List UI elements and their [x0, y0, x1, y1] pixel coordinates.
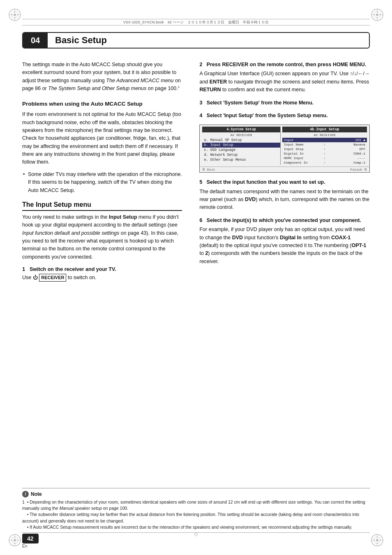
gui-left-panel: 4.System Setup AV RECEIVER a. Manual SP … [202, 127, 280, 165]
gui-row-2: Input Skip:OFF [282, 147, 367, 151]
gui-item-4: d. Network Setup [202, 153, 280, 157]
step-5-heading: 5 Select the input function that you wan… [199, 178, 370, 186]
input-setup-section: The Input Setup menu You only need to ma… [22, 201, 182, 282]
gui-item-2: b. Input Setup [202, 143, 280, 148]
note-box: i Note 1 • Depending on the characterist… [22, 488, 370, 530]
corner-decoration-tr [370, 7, 385, 22]
header-meta: VSX-1020_SYXCN.book 42 ページ ２０１０年３月１２日 金曜… [22, 19, 370, 25]
gui-right-panel: 4b.Input Setup AV RECEIVER Input CDI ▲ I… [282, 127, 367, 165]
gui-row-4: HDMI Input:---- [282, 156, 367, 160]
corner-decoration-tl [7, 7, 22, 22]
right-column: 2 Press RECEIVER on the remote control, … [199, 61, 370, 271]
note-label: Note [31, 491, 42, 497]
input-setup-title: The Input Setup menu [22, 201, 182, 211]
step-3-heading: 3 Select 'System Setup' from the Home Me… [199, 99, 370, 107]
gui-left-title: 4.System Setup [202, 127, 280, 132]
gui-item-3: c. OSD Language [202, 148, 280, 153]
step-6: 6 Select the input(s) to which you've co… [199, 217, 370, 266]
header-meta-text: VSX-1020_SYXCN.book 42 ページ ２０１０年３月１２日 金曜… [123, 20, 269, 25]
problems-body: If the room environment is not optimal f… [22, 111, 182, 166]
svg-point-23 [376, 539, 378, 541]
step-1-number: 1 [22, 266, 28, 272]
chapter-title-bar: 04 Basic Setup [22, 32, 370, 49]
gui-left-subtitle: AV RECEIVER [202, 133, 280, 137]
step-6-heading: 6 Select the input(s) to which you've co… [199, 217, 370, 224]
step-6-body: For example, if your DVD player only has… [199, 226, 370, 266]
problems-bullet: Some older TVs may interfere with the op… [28, 171, 182, 194]
gui-row-5: Component In:Comp-1 [282, 160, 367, 165]
step-5: 5 Select the input function that you wan… [199, 178, 370, 212]
gui-footer-exit: ⑤ Exit [202, 168, 215, 171]
step-1-heading: Switch on the receiver and your TV. [30, 266, 116, 272]
gui-footer-finish: Finish ⑤ [350, 168, 367, 171]
gui-footer: ⑤ Exit Finish ⑤ [200, 166, 369, 172]
step-2: 2 Press RECEIVER on the remote control, … [199, 61, 370, 94]
gui-item-1: a. Manual SP Setup [202, 138, 280, 143]
note-header: i Note [22, 491, 370, 497]
step-1: 1 Switch on the receiver and your TV. Us… [22, 265, 182, 282]
step-3: 3 Select 'System Setup' from the Home Me… [199, 99, 370, 107]
step-2-receiver-btn: RECEIVER [222, 62, 248, 67]
svg-point-16 [14, 539, 16, 541]
gui-row-1: Input Name:Banana [282, 142, 367, 147]
bottom-center-dot [194, 533, 198, 536]
intro-paragraph: The settings made in the Auto MCACC Setu… [22, 61, 182, 93]
content-area: The settings made in the Auto MCACC Setu… [22, 61, 370, 510]
gui-screen: 4.System Setup AV RECEIVER a. Manual SP … [199, 125, 370, 173]
left-column: The settings made in the Auto MCACC Setu… [22, 61, 182, 286]
svg-point-2 [14, 14, 16, 16]
chapter-title: Basic Setup [48, 35, 107, 46]
page-number-badge: 42 [22, 534, 39, 543]
gui-item-5: e. Other Setup Menus [202, 157, 280, 162]
step-5-body: The default names correspond with the na… [199, 188, 370, 212]
gui-right-header: Input CDI ▲ [282, 138, 367, 142]
step-2-body: A Graphical User Interface (GUI) screen … [199, 70, 370, 94]
chapter-number-badge: 04 [23, 33, 48, 48]
step-4: 4 Select 'Input Setup' from the System S… [199, 112, 370, 120]
gui-right-title: 4b.Input Setup [282, 127, 367, 132]
problems-heading: Problems when using the Auto MCACC Setup [22, 100, 182, 108]
svg-point-9 [376, 14, 378, 16]
gui-right-subtitle: AV RECEIVER [282, 133, 367, 137]
note-icon: i [22, 491, 29, 497]
step-4-heading: 4 Select 'Input Setup' from the System S… [199, 112, 370, 120]
receiver-button-label: RECEIVER [39, 274, 66, 282]
page-locale: En [22, 544, 27, 548]
step-2-heading: 2 Press RECEIVER on the remote control, … [199, 61, 370, 69]
page-number: 42 [27, 535, 34, 542]
corner-decoration-bl [7, 533, 22, 548]
note-text: 1 • Depending on the characteristics of … [22, 499, 370, 530]
problems-section: Problems when using the Auto MCACC Setup… [22, 100, 182, 194]
input-setup-intro: You only need to make settings in the In… [22, 213, 182, 261]
gui-row-3: Digital In:COAX-1 [282, 151, 367, 156]
corner-decoration-br [370, 533, 385, 548]
